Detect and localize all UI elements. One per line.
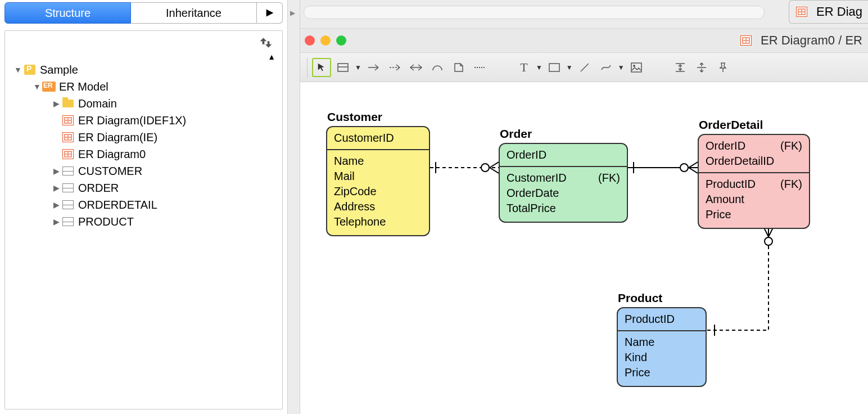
tree-item-diagram0[interactable]: ER Diagram0 [7,146,280,163]
diagram-icon [62,149,74,159]
svg-point-20 [481,164,489,172]
window-title: ER Diagram0 / ER [739,33,862,48]
tree-item-product[interactable]: ▶ PRODUCT [7,213,280,230]
chevron-down-icon: ▼ [13,65,23,74]
tree-label: ER Diagram(IDEF1X) [78,114,186,127]
table-icon [62,217,74,226]
svg-point-14 [633,65,635,67]
gutter[interactable]: ▶ [288,0,300,414]
tree-item-order[interactable]: ▶ ORDER [7,179,280,196]
text-tool-icon: T [514,58,534,77]
entity-title: OrderDetail [699,118,763,132]
text-tool-group[interactable]: T ▼ [514,58,542,77]
minimize-button[interactable] [320,35,331,46]
nonidentifying-rel-tool[interactable] [385,58,404,77]
many-many-rel-tool[interactable] [406,58,426,77]
attr: CustomerID [334,130,394,146]
relation-product-orderdetail[interactable] [707,226,780,338]
rect-tool-group[interactable]: ▼ [545,58,573,77]
chevron-right-icon: ▶ [51,166,61,176]
collapse-icon[interactable]: ▲ [268,52,275,61]
attr: ProductID [706,177,756,192]
diagram-icon [740,35,752,46]
pointer-tool[interactable] [312,58,331,77]
entity-pk: CustomerID [327,127,429,150]
dotted-line-tool[interactable] [471,58,490,77]
fk-label: (FK) [598,170,620,186]
sidebar: Structure Inheritance ▲ ▼ Sample ▼ [0,0,288,414]
document-tab[interactable]: ER Diag [789,0,868,24]
relation-order-orderdetail[interactable] [628,161,698,174]
svg-line-12 [581,64,589,71]
diagram-canvas[interactable]: Customer CustomerID Name Mail ZipCode Ad… [300,82,868,414]
tab-inheritance[interactable]: Inheritance [131,2,257,24]
chevron-down-icon: ▼ [32,82,42,91]
note-tool[interactable] [449,58,468,77]
tree-label: Sample [40,64,78,76]
attr: CustomerID [507,170,567,186]
attr: Price [706,207,731,222]
image-tool[interactable] [627,58,646,77]
entity-attrs: Name Kind Price [618,331,706,386]
attr: Name [625,335,654,350]
tree-item-diagram-ie[interactable]: ER Diagram(IE) [7,129,280,146]
entity-attrs: CustomerID(FK) OrderDate TotalPrice [500,167,627,222]
tree-label: CUSTOMER [78,165,142,178]
tree-item-domain[interactable]: ▶ Domain [7,95,280,112]
tree-label: Domain [78,97,117,110]
attr: OrderID [706,138,745,154]
main: ▶ ER Diag ER Diagram0 / ER ▼ [288,0,868,414]
tree-item-diagram-idef1x[interactable]: ER Diagram(IDEF1X) [7,112,280,129]
table-icon [62,200,74,209]
entity-product[interactable]: Product ProductID Name Kind Price [617,307,707,387]
entity-attrs: Name Mail ZipCode Address Telephone [327,150,429,235]
tree-item-sample[interactable]: ▼ Sample [7,61,280,78]
relation-customer-order[interactable] [430,161,499,174]
identifying-rel-tool[interactable] [364,58,383,77]
tab-structure[interactable]: Structure [4,2,131,24]
entity-attrs: ProductID(FK) Amount Price [699,173,809,228]
align-center-tool[interactable] [692,58,711,77]
attr: Kind [625,350,647,365]
tree-item-orderdetail[interactable]: ▶ ORDERDETAIL [7,196,280,213]
line-tool[interactable] [575,58,594,77]
subtype-tool[interactable] [428,58,447,77]
tab-more-menu[interactable] [257,2,283,24]
svg-line-22 [490,168,499,173]
attr: Telephone [334,214,386,230]
attr: Price [625,365,650,380]
entity-title: Product [618,291,662,305]
entity-pk: ProductID [618,308,706,331]
entity-customer[interactable]: Customer CustomerID Name Mail ZipCode Ad… [326,126,430,236]
attr: Mail [334,169,355,184]
rect-tool-icon [545,58,564,77]
horizontal-scrollbar[interactable] [304,6,765,19]
tree-label: PRODUCT [78,215,134,228]
tree-item-ermodel[interactable]: ▼ ER Model [7,78,280,95]
tree-label: ER Diagram0 [78,148,146,161]
close-button[interactable] [305,35,315,46]
entity-title: Customer [327,110,382,124]
swap-icon[interactable] [260,37,272,52]
entity-orderdetail[interactable]: OrderDetail OrderID(FK) OrderDetailID Pr… [698,134,810,229]
chevron-right-icon: ▶ [51,99,61,108]
tree-label: ER Diagram(IE) [78,131,157,144]
tree-item-customer[interactable]: ▶ CUSTOMER [7,163,280,179]
svg-line-26 [689,162,698,168]
top-strip: ER Diag [288,0,868,28]
separator [307,57,308,78]
entity-tool-group[interactable]: ▼ [333,58,361,77]
tree-label: ER Model [59,80,108,93]
tree-label: ORDERDETAIL [78,199,157,212]
freehand-tool-group[interactable]: ▼ [596,58,625,77]
align-vertical-tool[interactable] [671,58,690,77]
svg-rect-11 [549,64,559,71]
maximize-button[interactable] [336,35,346,46]
diagram-icon [62,115,74,125]
er-model-icon [42,82,56,92]
entity-order[interactable]: Order OrderID CustomerID(FK) OrderDate T… [499,143,628,223]
table-icon [62,183,74,192]
pin-tool[interactable] [713,58,733,77]
tree-label: ORDER [78,182,119,195]
chevron-right-icon: ▶ [51,183,61,192]
